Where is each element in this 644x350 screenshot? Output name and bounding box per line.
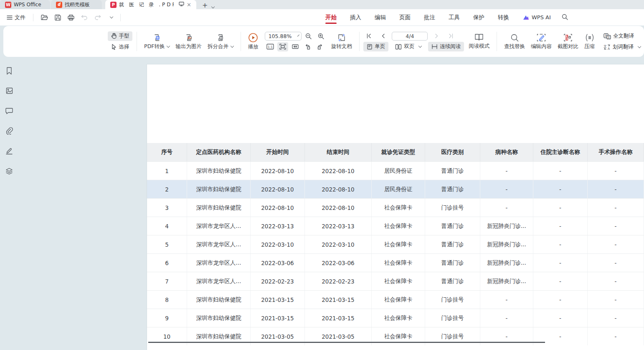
attachment-icon[interactable] xyxy=(4,126,14,136)
full-text-translate-label: 全文翻译 xyxy=(613,33,634,40)
table-cell: 2021-03-15 xyxy=(251,309,305,327)
tab-label: 就 医 记 录 .PDF xyxy=(119,1,174,8)
table-cell: 新冠肺炎门诊... xyxy=(480,235,533,253)
first-page-button[interactable] xyxy=(363,31,374,41)
rotate-document-button[interactable]: 旋转文档 xyxy=(328,32,355,51)
layers-icon[interactable] xyxy=(4,166,14,176)
signature-icon[interactable] xyxy=(4,146,14,156)
export-image-label: 输出为图片 xyxy=(175,43,202,50)
tab-page[interactable]: 页面 xyxy=(398,11,411,24)
pdf-convert-label: PDF转换 xyxy=(144,43,165,50)
table-cell: - xyxy=(533,272,588,290)
undo-icon xyxy=(81,15,88,20)
table-row[interactable]: 4深圳市龙华区人...2022-03-132022-03-13社会保障卡普通门诊… xyxy=(147,217,644,235)
split-merge-button[interactable]: 拆分合并 xyxy=(205,32,236,51)
file-menu-label: 文件 xyxy=(15,14,25,21)
page-number-input[interactable]: 4/4 xyxy=(392,32,428,41)
compress-button[interactable]: 压缩 xyxy=(581,32,598,51)
actual-size-button[interactable]: 1:1 xyxy=(265,42,276,51)
tab-tools[interactable]: 工具 xyxy=(448,11,461,24)
table-row[interactable]: 3深圳市妇幼保健院2022-08-102022-08-10社会保障卡门诊挂号--… xyxy=(147,198,644,217)
first-page-icon xyxy=(367,33,371,38)
divider xyxy=(137,32,137,51)
continuous-reading-button[interactable]: 连续阅读 xyxy=(428,42,464,51)
comment-icon[interactable] xyxy=(4,106,14,116)
table-cell: 2022-08-10 xyxy=(305,180,372,198)
table-cell: 深圳市妇幼保健院 xyxy=(187,291,251,309)
bookmark-icon[interactable] xyxy=(4,66,14,76)
hand-tool-button[interactable]: 手型 xyxy=(108,31,132,41)
reading-mode-button[interactable]: 阅读模式 xyxy=(466,32,492,51)
wps-ai-button[interactable]: WPS AI xyxy=(522,14,551,20)
table-cell: 2022-02-23 xyxy=(305,272,372,290)
edit-content-icon xyxy=(536,33,546,42)
pdf-page[interactable]: 序号定点医药机构名称开始时间结束时间就诊凭证类型医疗类别病种名称住院主诊断名称手… xyxy=(147,64,644,350)
zoom-level-value: 105.88% xyxy=(269,33,292,39)
last-page-button[interactable] xyxy=(445,31,456,41)
full-text-translate-button[interactable]: A文 全文翻译 xyxy=(600,31,644,41)
reading-mode-label: 阅读模式 xyxy=(469,43,489,50)
column-header: 序号 xyxy=(147,143,187,161)
monitor-icon[interactable] xyxy=(179,2,184,8)
rotate-left-button[interactable] xyxy=(302,42,313,51)
double-page-button[interactable]: 双页 xyxy=(392,42,425,51)
tab-comment[interactable]: 批注 xyxy=(423,11,436,24)
table-row[interactable]: 8深圳市妇幼保健院2021-03-152021-03-15社会保障卡门诊挂号--… xyxy=(147,290,644,309)
table-cell: - xyxy=(480,199,533,217)
tab-wps-office[interactable]: W WPS Office xyxy=(0,0,50,9)
zoom-level-select[interactable]: 105.88% xyxy=(265,32,302,41)
column-header: 住院主诊断名称 xyxy=(533,143,588,161)
close-tab-icon[interactable]: ✕ xyxy=(187,2,191,8)
column-header: 就诊凭证类型 xyxy=(372,143,425,161)
find-replace-button[interactable]: 查找替换 xyxy=(501,32,528,51)
screenshot-compare-button[interactable]: 截图对比 xyxy=(555,32,581,51)
table-row[interactable]: 5深圳市龙华区人...2022-03-102022-03-10社会保障卡普通门诊… xyxy=(147,235,644,253)
next-page-button[interactable] xyxy=(431,31,442,41)
pdf-convert-button[interactable]: W PDF转换 xyxy=(141,32,172,51)
quick-access-chevron[interactable] xyxy=(105,14,115,21)
tab-docer-templates[interactable]: 𝒅 找稻壳模板 xyxy=(51,0,102,9)
new-tab-button[interactable]: + xyxy=(202,1,208,9)
svg-text:文: 文 xyxy=(603,44,607,48)
table-row[interactable]: 7深圳市龙华区人...2022-02-232022-02-23社会保障卡普通门诊… xyxy=(147,272,644,290)
single-page-button[interactable]: 单页 xyxy=(363,42,388,51)
tab-convert[interactable]: 转换 xyxy=(497,11,510,24)
double-page-icon xyxy=(395,44,402,50)
export-image-button[interactable]: 输出为图片 xyxy=(172,32,205,51)
select-tool-button[interactable]: 选择 xyxy=(108,42,132,52)
previous-page-button[interactable] xyxy=(378,31,388,41)
tab-edit[interactable]: 编辑 xyxy=(374,11,387,24)
zoom-in-button[interactable] xyxy=(316,32,327,41)
open-button[interactable] xyxy=(38,13,51,22)
fit-width-icon xyxy=(292,44,299,49)
pdf-file-icon: P xyxy=(110,2,117,8)
redo-button[interactable] xyxy=(92,13,104,22)
fit-width-button[interactable] xyxy=(290,42,301,51)
edit-content-button[interactable]: 编辑内容 xyxy=(528,32,555,51)
file-menu-button[interactable]: 文件 xyxy=(4,12,28,23)
rotate-right-button[interactable] xyxy=(315,42,326,51)
play-button[interactable]: 播放 xyxy=(245,31,261,52)
table-row[interactable]: 9深圳市妇幼保健院2021-03-152021-03-15社会保障卡门诊挂号--… xyxy=(147,309,644,327)
word-translate-button[interactable]: 文A 划词翻译 xyxy=(600,42,644,52)
ribbon-search-button[interactable] xyxy=(562,14,568,21)
zoom-out-button[interactable] xyxy=(303,32,314,41)
tab-protect[interactable]: 保护 xyxy=(472,11,485,24)
tab-home[interactable]: 开始 xyxy=(325,11,337,24)
tab-insert[interactable]: 插入 xyxy=(349,11,362,24)
rotate-document-label: 旋转文档 xyxy=(331,43,352,50)
fit-page-button[interactable] xyxy=(277,42,288,51)
table-row[interactable]: 2深圳市妇幼保健院2022-08-102022-08-10居民身份证普通门诊--… xyxy=(147,180,644,198)
table-cell: 新冠肺炎门诊... xyxy=(480,272,533,290)
table-cell: - xyxy=(533,162,588,180)
table-cell: 普通门诊 xyxy=(425,254,480,272)
table-row[interactable]: 6深圳市龙华区人...2022-03-062022-03-06社会保障卡普通门诊… xyxy=(147,253,644,272)
print-button[interactable] xyxy=(65,13,77,22)
undo-button[interactable] xyxy=(79,13,90,22)
zoom-out-icon xyxy=(305,33,312,39)
save-button[interactable] xyxy=(52,13,63,22)
tab-list-chevron-icon[interactable] xyxy=(211,5,215,8)
thumbnail-icon[interactable] xyxy=(4,86,14,96)
tab-document-pdf[interactable]: P 就 医 记 录 .PDF ✕ xyxy=(105,0,196,9)
table-row[interactable]: 1深圳市妇幼保健院2022-08-102022-08-10居民身份证普通门诊--… xyxy=(147,161,644,180)
